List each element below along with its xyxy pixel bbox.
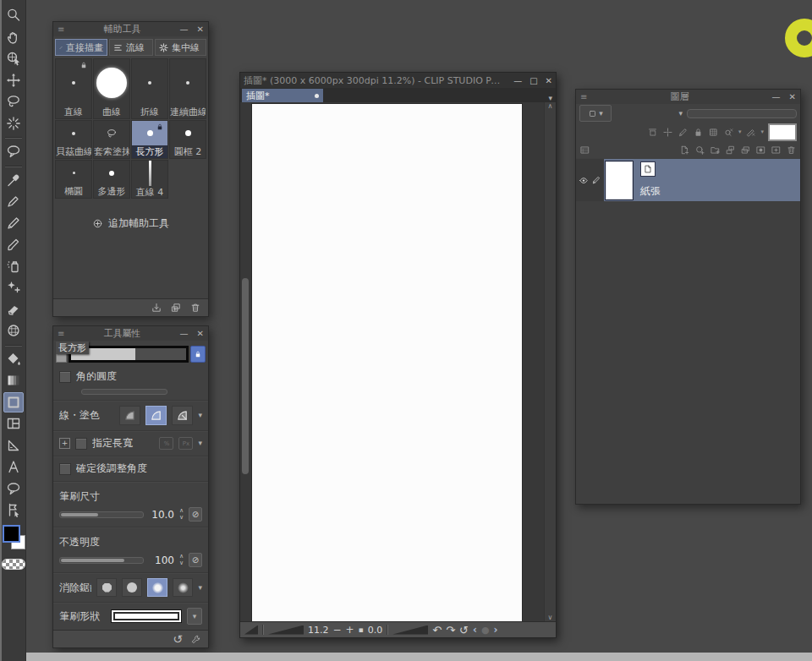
layer-visibility-eye-icon[interactable] (579, 175, 589, 185)
brush-tool-icon[interactable] (3, 234, 24, 254)
chevron-down-icon[interactable]: ▾ (760, 128, 764, 135)
zoom-tool-icon[interactable] (3, 5, 24, 25)
set-ruler-range-icon[interactable] (745, 127, 756, 138)
eraser-tool-icon[interactable] (3, 299, 24, 320)
subtool-item-bezier[interactable]: 貝茲曲線 (55, 120, 92, 159)
subtool-item-curve[interactable]: 曲線 (93, 58, 130, 119)
create-layer-mask-icon[interactable] (755, 145, 766, 156)
close-icon[interactable]: ✕ (197, 329, 204, 338)
combine-to-lower-layer-icon[interactable] (740, 145, 751, 156)
auto-select-tool-icon[interactable] (3, 113, 24, 134)
layer-opacity-slider[interactable] (687, 109, 797, 118)
enable-mask-icon[interactable] (723, 127, 734, 138)
chevron-down-icon[interactable]: ▾ (198, 440, 202, 447)
subtool-item-rectangle[interactable]: 長方形 (131, 120, 168, 159)
subtool-item-lasso-fill[interactable]: 套索塗抹 (93, 120, 130, 159)
reset-view-icon[interactable]: ↺ (459, 625, 469, 636)
subtool-item-ellipse[interactable]: 橢圓 (55, 160, 92, 199)
frame-border-tool-icon[interactable] (3, 413, 24, 434)
tab-stream-line[interactable]: 流線 (109, 39, 153, 56)
chevron-down-icon[interactable]: ▾ (198, 584, 202, 592)
nav-left-icon[interactable]: ‹ (473, 624, 477, 636)
tab-list-chevron-icon[interactable]: ▾ (548, 95, 552, 102)
chevron-down-icon[interactable]: ▾ (198, 412, 202, 419)
tab-direct-drawing[interactable]: 直接描畫 (55, 39, 107, 56)
add-subtool-button[interactable]: 追加輔助工具 (53, 210, 208, 236)
ruler-tool-icon[interactable] (3, 435, 24, 456)
expand-icon[interactable]: + (59, 438, 70, 449)
decoration-tool-icon[interactable] (3, 277, 24, 298)
close-icon[interactable]: ✕ (546, 76, 552, 85)
zoom-out-button[interactable]: − (333, 625, 342, 635)
redo-icon[interactable]: ↷ (446, 625, 455, 636)
subtool-item-circle-frame-2[interactable]: 圓框 2 (169, 120, 206, 159)
hand-tool-icon[interactable] (3, 27, 24, 47)
brush-shape-preview[interactable] (111, 609, 182, 623)
layer-palette-list-icon[interactable] (579, 145, 590, 156)
canvas-drawing-area[interactable] (252, 104, 522, 621)
zoom-value[interactable]: 11.2 (308, 625, 329, 636)
lock-transparent-pixels-icon[interactable] (708, 127, 719, 138)
duplicate-subtool-icon[interactable] (170, 302, 182, 314)
clip-to-layer-below-icon[interactable] (647, 127, 658, 138)
minimize-icon[interactable]: — (772, 92, 781, 101)
close-icon[interactable]: ✕ (789, 92, 796, 101)
opacity-dynamics-button[interactable]: ⊘ (189, 553, 202, 567)
pen-tool-icon[interactable] (3, 191, 24, 211)
transparent-color-swatch[interactable] (2, 559, 25, 570)
maximize-icon[interactable]: □ (529, 76, 537, 85)
lock-layer-icon[interactable] (693, 127, 704, 138)
minimize-icon[interactable]: — (180, 329, 189, 338)
reference-layer-icon[interactable] (662, 127, 673, 138)
layer-name[interactable]: 紙張 (640, 184, 661, 199)
canvas-tab[interactable]: 插圖* (242, 89, 323, 102)
panel-menu-icon[interactable]: ≡ (580, 92, 587, 101)
opacity-stepper[interactable]: ∧∨ (179, 554, 184, 566)
rotate-value[interactable]: 0.0 (368, 625, 383, 636)
lasso-tool-icon[interactable] (3, 91, 24, 112)
layer-color-button[interactable] (768, 123, 797, 141)
tab-saturated-line[interactable]: 集中線 (155, 39, 206, 56)
brush-size-slider[interactable] (59, 511, 144, 518)
brush-size-dynamics-button[interactable]: ⊘ (189, 507, 202, 522)
fit-to-screen-button[interactable]: ▪ (359, 626, 364, 634)
lock-tool-property-button[interactable] (190, 346, 206, 363)
blend-mode-dropdown[interactable]: ▾ (678, 110, 683, 117)
subtool-item-polyline[interactable]: 折線 (131, 58, 168, 119)
selection-balloon-tool-icon[interactable] (3, 141, 24, 161)
corner-roundness-slider[interactable] (81, 389, 167, 395)
scroll-down-icon[interactable]: ∨ (548, 614, 553, 621)
delete-layer-icon[interactable] (786, 145, 797, 156)
layer-thumbnail[interactable] (606, 161, 633, 199)
reset-all-settings-icon[interactable]: ↺ (173, 632, 183, 646)
subtool-titlebar[interactable]: ≡ 輔助工具 — ✕ (53, 22, 208, 36)
balloon-tool-icon[interactable] (3, 478, 24, 499)
line-and-fill-button[interactable] (145, 406, 167, 425)
layer-row-paper[interactable]: 紙張 (576, 159, 800, 201)
subtool-item-line[interactable]: 直線 (55, 58, 92, 119)
antialias-weak-button[interactable] (122, 578, 142, 597)
object-tool-icon[interactable] (3, 500, 24, 520)
draft-layer-icon[interactable] (678, 127, 689, 138)
fill-tool-icon[interactable] (3, 349, 24, 369)
chevron-down-icon[interactable]: ▾ (738, 128, 742, 135)
save-settings-icon[interactable] (151, 302, 162, 314)
line-only-button[interactable] (172, 406, 193, 425)
subtool-item-line-4[interactable]: 直線 4 (131, 160, 168, 199)
opacity-value[interactable]: 100 (149, 554, 174, 566)
scroll-up-icon[interactable]: ∧ (548, 102, 553, 110)
panel-menu-icon[interactable]: ≡ (58, 25, 64, 34)
canvas-window-titlebar[interactable]: 插圖* (3000 x 6000px 300dpi 11.2%) - CLIP … (240, 73, 556, 88)
brush-shape-dropdown[interactable]: ▾ (187, 608, 202, 625)
layers-titlebar[interactable]: ≡ 圖層 — ✕ (576, 90, 800, 104)
antialias-none-button[interactable] (96, 578, 117, 597)
layer-palette-combo[interactable]: ▾ (579, 105, 612, 122)
vertical-scrollbar-thumb[interactable] (242, 278, 249, 474)
rotate-slider[interactable] (392, 625, 428, 635)
adjust-angle-checkbox[interactable] (59, 463, 71, 475)
new-layer-folder-icon[interactable] (710, 145, 721, 156)
brush-size-value[interactable]: 10.0 (149, 509, 174, 521)
minimize-icon[interactable]: — (180, 25, 189, 34)
subtool-item-polygon[interactable]: 多邊形 (93, 160, 130, 199)
airbrush-tool-icon[interactable] (3, 256, 24, 276)
